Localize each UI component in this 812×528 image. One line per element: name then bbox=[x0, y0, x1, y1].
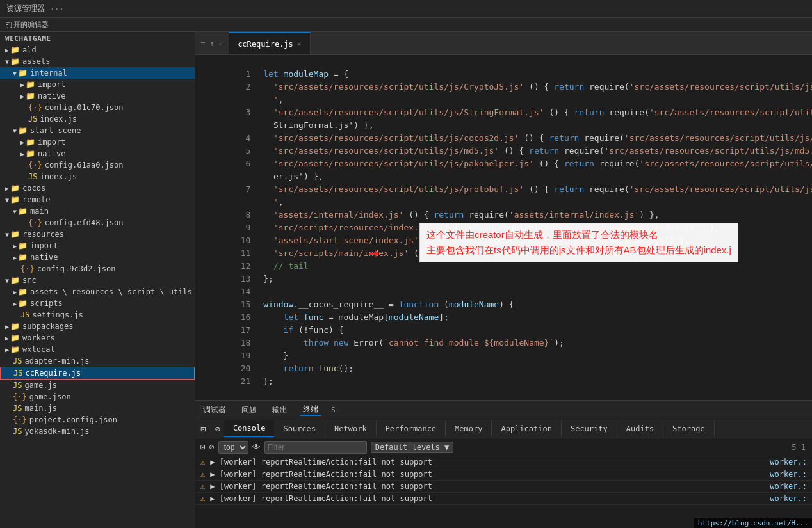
sidebar-item-import-2[interactable]: ▶ 📁 import bbox=[0, 136, 195, 148]
arrow-icon: ▶ bbox=[13, 289, 17, 296]
active-tab[interactable]: ccRequire.js ✕ bbox=[229, 32, 311, 54]
sidebar-item-label: assets bbox=[22, 57, 50, 66]
sidebar-item-native-2[interactable]: ▶ 📁 native bbox=[0, 148, 195, 159]
dt-tab-storage[interactable]: Storage bbox=[663, 421, 715, 436]
sidebar-item-start-scene[interactable]: ▼ 📁 start-scene bbox=[0, 125, 195, 136]
dt-tab-network[interactable]: Network bbox=[325, 421, 377, 436]
sidebar-item-label: start-scene bbox=[30, 126, 81, 135]
arrow-icon: ▼ bbox=[5, 196, 9, 204]
arrow-icon: ▶ bbox=[13, 254, 17, 261]
line-numbers: 1 2 3 4 5 6 7 8 9 10 11 12 13 14 15 16 1… bbox=[195, 55, 258, 400]
sidebar-item-ald[interactable]: ▶ 📁 ald bbox=[0, 44, 195, 56]
devtools-panel: 调试器 问题 输出 终端 S ⊡ ⊘ Console Sources Netwo… bbox=[195, 400, 812, 528]
arrow-icon: ▶ bbox=[20, 93, 24, 100]
sidebar-item-scripts[interactable]: ▶ 📁 scripts bbox=[0, 298, 195, 309]
dt-tab-memory[interactable]: Memory bbox=[446, 421, 492, 436]
sidebar-item-label: index.js bbox=[40, 115, 77, 124]
toolbar-cursor-icon[interactable]: ⊡ bbox=[200, 442, 206, 452]
sidebar-item-configefd48[interactable]: {·} config.efd48.json bbox=[0, 217, 195, 228]
sidebar-item-game-json[interactable]: {·} game.json bbox=[0, 391, 195, 403]
console-line-1: ⚠ ▶ [worker] reportRealtimeAction:fail n… bbox=[195, 456, 812, 468]
sidebar-item-index-js-2[interactable]: JS index.js bbox=[0, 171, 195, 182]
warn-icon: ⚠ bbox=[200, 494, 205, 503]
sidebar-item-adapter-min-js[interactable]: JS adapter-min.js bbox=[0, 355, 195, 367]
sidebar-item-ccRequire-js[interactable]: JS ccRequire.js bbox=[0, 367, 195, 380]
sidebar-item-game-js[interactable]: JS game.js bbox=[0, 380, 195, 391]
sidebar-item-main-js[interactable]: JS main.js bbox=[0, 403, 195, 414]
devtools-tab-output[interactable]: 输出 bbox=[270, 404, 290, 415]
sidebar-item-config9c3d2[interactable]: {·} config.9c3d2.json bbox=[0, 263, 195, 275]
file-icon-json: {·} bbox=[28, 103, 42, 112]
sidebar-item-resources[interactable]: ▼ 📁 resources bbox=[0, 228, 195, 240]
sidebar-item-index-js-1[interactable]: JS index.js bbox=[0, 113, 195, 125]
context-select[interactable]: top bbox=[218, 441, 248, 454]
dt-tab-performance[interactable]: Performance bbox=[377, 421, 446, 436]
dt-tab-security[interactable]: Security bbox=[562, 421, 617, 436]
sidebar-item-workers[interactable]: ▶ 📁 workers bbox=[0, 332, 195, 344]
devtools-tab-issues[interactable]: 问题 bbox=[239, 404, 259, 415]
sidebar-item-config61aa0[interactable]: {·} config.61aa0.json bbox=[0, 159, 195, 171]
sidebar-item-import-3[interactable]: ▶ 📁 import bbox=[0, 240, 195, 252]
console-link[interactable]: worker.: bbox=[770, 482, 807, 491]
sidebar-item-subpackages[interactable]: ▶ 📁 subpackages bbox=[0, 321, 195, 332]
sidebar-item-assets[interactable]: ▼ 📁 assets bbox=[0, 56, 195, 67]
filter-input[interactable] bbox=[264, 441, 367, 454]
devtools-tab-debugger[interactable]: 调试器 bbox=[200, 404, 229, 415]
console-link[interactable]: worker.: bbox=[770, 494, 807, 503]
folder-icon: 📁 bbox=[10, 276, 20, 285]
console-output[interactable]: ⚠ ▶ [worker] reportRealtimeAction:fail n… bbox=[195, 456, 812, 528]
default-levels-select[interactable]: Default levels ▼ bbox=[371, 442, 454, 453]
console-link[interactable]: worker.: bbox=[770, 458, 807, 467]
sidebar-item-config01c70[interactable]: {·} config.01c70.json bbox=[0, 102, 195, 113]
dt-tab-audits[interactable]: Audits bbox=[617, 421, 663, 436]
tab-label: ccRequire.js bbox=[238, 40, 293, 49]
code-editor[interactable]: 1 2 3 4 5 6 7 8 9 10 11 12 13 14 15 16 1… bbox=[195, 55, 812, 400]
folder-icon: 📁 bbox=[10, 345, 20, 354]
sidebar-item-import-1[interactable]: ▶ 📁 import bbox=[0, 79, 195, 90]
arrow-icon: ▶ bbox=[20, 150, 24, 157]
folder-icon: 📁 bbox=[10, 45, 20, 54]
main-layout: WECHATGAME ▶ 📁 ald ▼ 📁 assets ▼ 📁 intern… bbox=[0, 32, 812, 528]
devtools-tab-terminal[interactable]: 终端 bbox=[300, 404, 321, 416]
sidebar-item-label: resources bbox=[22, 230, 64, 239]
arrow-icon: ▼ bbox=[13, 208, 17, 215]
sidebar-item-cocos[interactable]: ▶ 📁 cocos bbox=[0, 182, 195, 194]
dt-tab-sources[interactable]: Sources bbox=[274, 421, 325, 436]
sidebar-item-wxlocal[interactable]: ▶ 📁 wxlocal bbox=[0, 344, 195, 355]
sidebar-item-internal[interactable]: ▼ 📁 internal bbox=[0, 67, 195, 79]
menu-dots[interactable]: ··· bbox=[50, 4, 64, 13]
sidebar-item-project-config-json[interactable]: {·} project.config.json bbox=[0, 414, 195, 426]
devtools-top-tabs: 调试器 问题 输出 终端 S bbox=[195, 401, 812, 419]
sidebar-item-main[interactable]: ▼ 📁 main bbox=[0, 205, 195, 217]
sidebar-item-settings-js[interactable]: JS settings.js bbox=[0, 309, 195, 321]
folder-icon: 📁 bbox=[10, 322, 20, 331]
sidebar-item-remote[interactable]: ▼ 📁 remote bbox=[0, 194, 195, 205]
file-icon-js: JS bbox=[28, 172, 37, 181]
sidebar-item-yokasdk-min-js[interactable]: JS yokasdk-min.js bbox=[0, 426, 195, 437]
folder-icon: 📁 bbox=[26, 92, 35, 100]
tab-close-icon[interactable]: ✕ bbox=[297, 40, 302, 48]
folder-icon: 📁 bbox=[18, 126, 28, 135]
sidebar-item-native-3[interactable]: ▶ 📁 native bbox=[0, 252, 195, 263]
file-icon-json: {·} bbox=[28, 161, 42, 170]
folder-icon: 📁 bbox=[18, 207, 28, 216]
sidebar-item-native-1[interactable]: ▶ 📁 native bbox=[0, 90, 195, 102]
sidebar-item-src[interactable]: ▼ 📁 src bbox=[0, 275, 195, 286]
console-link[interactable]: worker.: bbox=[770, 470, 807, 479]
arrow-icon: ▼ bbox=[13, 127, 17, 134]
folder-icon: 📁 bbox=[10, 57, 20, 66]
arrow-icon: ▶ bbox=[5, 323, 9, 330]
dt-tab-console[interactable]: Console bbox=[224, 420, 275, 437]
sidebar-item-assets-resources[interactable]: ▶ 📁 assets \ resources \ script \ utils … bbox=[0, 286, 195, 298]
dt-icon-block[interactable]: ⊘ bbox=[211, 424, 223, 434]
eye-icon[interactable]: 👁 bbox=[252, 442, 261, 452]
sidebar-item-label: game.json bbox=[29, 392, 71, 401]
warn-icon: ⚠ bbox=[200, 482, 205, 491]
dt-icon-cursor[interactable]: ⊡ bbox=[195, 424, 211, 434]
sidebar-item-label: yokasdk-min.js bbox=[24, 427, 89, 436]
toolbar-block-icon[interactable]: ⊘ bbox=[209, 442, 215, 452]
resource-manager-label: 资源管理器 bbox=[6, 3, 45, 14]
dt-tab-application[interactable]: Application bbox=[492, 421, 561, 436]
sidebar-item-label: native bbox=[38, 92, 65, 100]
sidebar-item-label: config.01c70.json bbox=[45, 103, 124, 112]
